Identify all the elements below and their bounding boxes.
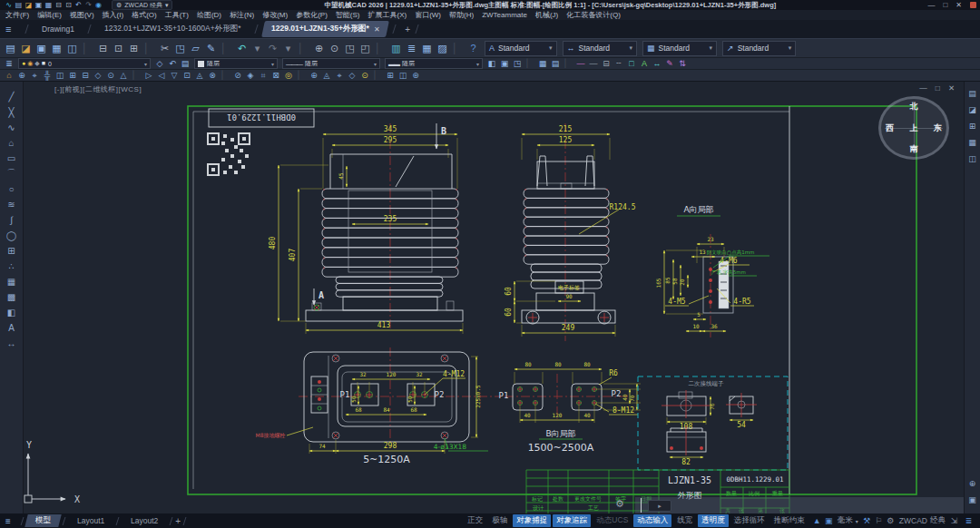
print-icon[interactable]: ⊟	[95, 41, 111, 56]
triangle-tool-icon[interactable]: △	[117, 70, 130, 81]
separator[interactable]: ▏	[524, 58, 536, 69]
tab-1232[interactable]: 1232.01+LJZW1-35+10-1600A+外形图*	[94, 21, 250, 37]
tool-palette-icon[interactable]: ▨	[435, 41, 450, 56]
viewport-controls-label[interactable]: [-][前视][二维线框][WCS]	[54, 84, 142, 94]
hidden-line-icon[interactable]: ╌	[612, 58, 625, 69]
color-select[interactable]: 随层▾	[194, 58, 278, 69]
separator[interactable]: ▏	[219, 70, 231, 81]
save-as-icon[interactable]: ▦	[44, 1, 54, 10]
feedback-icon[interactable]: ⚐	[873, 515, 885, 526]
unit-select[interactable]: 毫米▾	[838, 515, 858, 526]
print-preview-icon[interactable]: ⊡	[64, 1, 74, 10]
new-file-icon[interactable]: ▤	[3, 41, 18, 56]
datum-icon[interactable]: ◬	[193, 70, 206, 81]
drawing-canvas-area[interactable]: 0DBH11.1229.01	[24, 82, 964, 513]
layer-previous-icon[interactable]: ↶	[166, 58, 179, 69]
layers-panel-icon[interactable]: ≣	[404, 41, 419, 56]
open-file-icon[interactable]: ◪	[18, 41, 34, 56]
standard-parts-icon[interactable]: ⊙	[358, 70, 371, 81]
text-style-select[interactable]: AStandard▾	[485, 41, 557, 56]
透明度[interactable]: 透明度	[698, 514, 729, 527]
drawing-canvas[interactable]: 0DBH11.1229.01	[24, 82, 964, 513]
copy-icon[interactable]: ◳	[172, 41, 188, 56]
mech-home-icon[interactable]: ⌂	[3, 70, 15, 81]
menu-item[interactable]: 修改(M)	[262, 10, 288, 20]
save-icon[interactable]: ▣	[34, 41, 49, 56]
undo-caret-icon[interactable]: ▾	[250, 41, 265, 56]
对象捕捉[interactable]: 对象捕捉	[513, 514, 551, 527]
tab-1229[interactable]: 1229.01+LJZN1-35+外形图*✕	[261, 21, 389, 37]
close-tab-icon[interactable]: ✕	[374, 25, 380, 34]
shaft-tool-icon[interactable]: ⌖	[333, 70, 346, 81]
layer-states-icon[interactable]: ▤	[179, 58, 191, 69]
navigation-compass[interactable]: 北 西 上 东 南	[878, 96, 949, 160]
undo-icon[interactable]: ↶	[74, 1, 83, 10]
circle-tool-icon[interactable]: ○	[5, 181, 19, 196]
draworder-icon[interactable]: ⊟	[600, 58, 612, 69]
properties-panel-icon[interactable]: ▥	[388, 41, 404, 56]
edit-tool-icon[interactable]: ✎	[663, 58, 676, 69]
separator[interactable]: ▏	[219, 41, 234, 56]
spring-tool-icon[interactable]: ◇	[346, 70, 358, 81]
xref-icon[interactable]: ◳	[511, 58, 524, 69]
center-mark-icon[interactable]: ⊕	[15, 70, 28, 81]
group-icon[interactable]: ▦	[536, 58, 549, 69]
menu-item[interactable]: 标注(N)	[230, 10, 254, 20]
pan-icon[interactable]: ⊕	[311, 41, 327, 56]
menu-item[interactable]: 格式(O)	[132, 10, 157, 20]
separator[interactable]: ▏	[450, 41, 466, 56]
menu-item[interactable]: 插入(I)	[103, 10, 124, 20]
separator[interactable]: ▏	[130, 70, 142, 81]
new-tab-button[interactable]: +	[405, 24, 410, 34]
command-input-icon[interactable]: ▸	[648, 500, 671, 512]
tab-drawing1[interactable]: Drawing1	[33, 21, 85, 37]
hatch-tool-icon[interactable]: ⌗	[257, 70, 270, 81]
mleader-style-select[interactable]: ↗Standard▾	[722, 41, 796, 56]
redo-icon[interactable]: ↷	[83, 1, 93, 10]
compass-east[interactable]: 东	[934, 122, 942, 134]
menu-item[interactable]: 机械(J)	[535, 10, 558, 20]
designcenter-panel-icon[interactable]: ▦	[966, 136, 979, 149]
publish-icon[interactable]: ⊞	[126, 41, 142, 56]
选择循环[interactable]: 选择循环	[730, 514, 769, 527]
insert-block-tool-icon[interactable]: ⊞	[5, 243, 19, 258]
info-icon[interactable]: ◉	[93, 1, 103, 10]
save-icon[interactable]: ▣	[34, 1, 44, 10]
point-tool-icon[interactable]: ∴	[5, 259, 19, 273]
title-block-icon[interactable]: ⊞	[384, 70, 397, 81]
menu-item[interactable]: 智能(S)	[336, 10, 360, 20]
notification-badge-icon[interactable]	[970, 2, 976, 8]
layer-manager-icon[interactable]: ≣	[3, 58, 15, 69]
线宽[interactable]: 线宽	[673, 514, 696, 527]
tab-layout1[interactable]: Layout1	[66, 515, 114, 526]
menu-item[interactable]: 绘图(D)	[197, 10, 221, 20]
close-button[interactable]: ✕	[956, 1, 962, 9]
new-file-icon[interactable]: ▤	[14, 1, 24, 10]
design-center-icon[interactable]: ▦	[419, 41, 435, 56]
settings-gear-icon[interactable]: ⚙	[885, 515, 897, 526]
sheet-set-icon[interactable]: ◪	[966, 103, 979, 116]
polygon-tool-icon[interactable]: ⌂	[5, 135, 19, 150]
推断约束[interactable]: 推断约束	[770, 514, 808, 527]
aux-view-icon[interactable]: ▽	[168, 70, 181, 81]
separator[interactable]: ▏	[296, 41, 311, 56]
separator[interactable]: ▏	[373, 41, 388, 56]
app-logo-icon[interactable]: ∿	[4, 1, 14, 10]
lineweight-select[interactable]: ▬▬随层▾	[385, 58, 483, 69]
menu-item[interactable]: 视图(V)	[70, 10, 94, 20]
mtext-tool-icon[interactable]: A	[5, 320, 19, 335]
order-icon[interactable]: ⇅	[676, 58, 689, 69]
display-performance-icon[interactable]: ▣	[823, 515, 835, 526]
slot-icon[interactable]: ⊟	[79, 70, 92, 81]
tab-model[interactable]: 模型	[24, 514, 61, 527]
cut-icon[interactable]: ✂	[157, 41, 172, 56]
linetype-grey-icon[interactable]: —	[587, 58, 600, 69]
table-style-select[interactable]: ▦Standard▾	[642, 41, 717, 56]
region-tool-icon[interactable]: ◧	[5, 305, 19, 319]
make-layer-current-icon[interactable]: ◇	[153, 58, 166, 69]
revcloud-tool-icon[interactable]: ≋	[5, 197, 19, 211]
section-view-icon[interactable]: ▷	[142, 70, 155, 81]
command-bar-grip[interactable]	[641, 498, 642, 513]
arc-tool-icon[interactable]: ⌒	[5, 166, 19, 181]
command-settings-gear-icon[interactable]: ⚙	[615, 498, 624, 510]
